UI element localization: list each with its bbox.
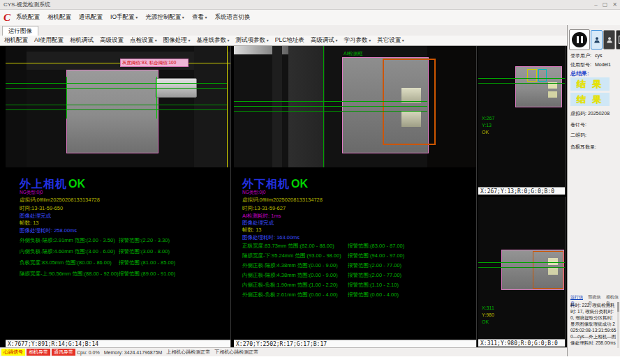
alarm-range: 报警范围:(2.20 - 3.30) xyxy=(119,237,170,244)
camera-image-upper[interactable]: 灰度阈值:93, 粘合阈值:100 xyxy=(6,46,230,167)
alarm-range: 报警范围:(0.60 - 4.00) xyxy=(348,291,399,298)
tool-camera-debug[interactable]: 相机调试 xyxy=(70,36,94,45)
edge-line-yellow xyxy=(227,46,228,167)
pause-icon xyxy=(572,32,587,47)
camera-image-lower[interactable]: AI检测框 xyxy=(234,46,476,167)
model-value: Model1 xyxy=(595,62,611,67)
tool-baseline-params[interactable]: 基准线参数 xyxy=(196,36,229,45)
camera-panel-aux-top: X:267 Y:13 OK X:267;Y:13;R:0;G:0;B:0 xyxy=(478,46,566,195)
exit-button[interactable] xyxy=(616,30,620,50)
menu-language-switch[interactable]: 系统语言切换 xyxy=(215,13,251,22)
heartbeat-badge: 心跳信号 xyxy=(1,349,25,356)
measure-line xyxy=(6,88,227,89)
baseline-yellow xyxy=(6,63,230,63)
measure-tick xyxy=(66,77,67,119)
login-user-row: 登录用户: cys xyxy=(570,52,602,59)
metal-tab xyxy=(548,258,558,265)
result-ok: OK xyxy=(291,178,308,190)
maximize-icon[interactable]: ▢ xyxy=(603,0,608,10)
camera-alarm-badge: 相机异常 xyxy=(27,349,50,356)
tool-spot-check[interactable]: 点检设置 xyxy=(130,36,157,45)
cell-object xyxy=(66,70,158,153)
user-mode-button-active[interactable] xyxy=(591,30,603,50)
measure-line xyxy=(6,105,227,105)
user-icon xyxy=(593,36,600,44)
upper-camera-heartbeat: 上相机心跳检测正常 xyxy=(166,349,210,356)
tab-run-image[interactable]: 运行图像 xyxy=(2,26,38,36)
sidebar-barcode: 虚拟码: 20250208 xyxy=(570,110,610,117)
tool-image-process[interactable]: 图像处理 xyxy=(163,36,191,45)
cursor-readout: X:311;Y:980;R:0;G:0;B:0 xyxy=(478,339,565,347)
tool-ai-config[interactable]: AI使用配置 xyxy=(34,36,64,45)
toolbar: 相机配置 AI使用配置 相机调试 高级设置 点检设置 图像处理 基准线参数 测试… xyxy=(0,36,567,46)
minimize-icon[interactable]: – xyxy=(594,0,597,10)
overlay-result: OK xyxy=(482,130,489,135)
measure-line xyxy=(478,83,565,84)
measurement-row: 内侧正极-隔膜:4.38mm 范围:(0.00 - 9.00) xyxy=(242,272,338,279)
login-user-label: 登录用户: xyxy=(570,53,591,58)
window-bottom-margin xyxy=(0,356,620,364)
measurement-row: 隔膜宽度-下:95.24mm 范围:(93.00 - 98.00) xyxy=(242,252,341,259)
machine-column xyxy=(288,46,325,167)
menu-light-config[interactable]: 光源控制配置 xyxy=(145,13,184,22)
measurement-row: 外侧正极-负极:2.61mm 范围:(0.60 - 4.00) xyxy=(242,291,338,298)
metal-tab xyxy=(548,268,558,275)
barcode-line: 虚拟码:0ffiiim20250208133134728 xyxy=(20,197,100,204)
memory-usage: Memory: 3424.41796875M xyxy=(104,350,163,355)
camera-image-aux-bottom[interactable]: X:311 Y:980 OK xyxy=(478,197,565,339)
overlay-coord-x: X:311 xyxy=(482,305,494,310)
alarm-range: 报警范围:(1.10 - 2.10) xyxy=(348,282,399,289)
camera-panel-lower: AI检测框 外下相机OK NG类型:0|0 虚拟码:0ffiiim2025020… xyxy=(234,46,477,347)
control-sidebar: 登录用户: cys 使用型号: Model1 总结果: 结 果 结 果 虚拟码:… xyxy=(567,25,620,356)
close-icon[interactable]: ✕ xyxy=(612,0,617,10)
cursor-readout: X:7677;Y:891;R:14;G:14;B:14 xyxy=(6,340,230,347)
model-label: 使用型号: xyxy=(570,62,591,67)
alarm-range: 报警范围:(2.00 - 77.00) xyxy=(348,262,401,269)
pause-button[interactable] xyxy=(569,29,590,50)
camera-name: 外下相机 xyxy=(242,178,290,190)
tool-plc-table[interactable]: PLC地址表 xyxy=(275,36,304,45)
alarm-range: 报警范围:(81.00 - 85.00) xyxy=(119,259,175,266)
process-status-line: 图像处理完成 xyxy=(242,220,274,227)
camera-image-aux-top[interactable]: X:267 Y:13 OK xyxy=(478,46,565,187)
measure-line xyxy=(234,111,427,112)
alarm-range: 报警范围:(89.00 - 91.00) xyxy=(119,271,175,278)
elapsed-line: 图像处理耗时: 258.00ms xyxy=(20,227,77,234)
tool-test-params[interactable]: 测试项参数 xyxy=(236,36,269,45)
cursor-readout: X:270;Y:2502;R:17;G:17;B:17 xyxy=(234,340,476,347)
menu-bar: C 系统配置 相机配置 通讯配置 IO手配置 光源控制配置 查看 系统语言切换 xyxy=(0,10,620,26)
menu-camera-config[interactable]: 相机配置 xyxy=(47,13,71,22)
menu-comm-config[interactable]: 通讯配置 xyxy=(79,13,103,22)
menu-system-config[interactable]: 系统配置 xyxy=(16,13,40,22)
machine-shadow xyxy=(6,46,27,167)
barcode-line: 虚拟码:0ffiiim20250208133134728 xyxy=(242,197,323,204)
user-switch-button[interactable] xyxy=(603,30,615,50)
status-bar: 心跳信号 相机异常 通讯异常 Cpu: 0.0% Memory: 3424.41… xyxy=(0,347,567,356)
measurement-row: 内侧正极-负极:1.90mm 范围:(1.00 - 2.20) xyxy=(242,282,338,289)
measurement-row: 外侧负极-隔膜:2.91mm 范围:(2.00 - 3.50) xyxy=(20,237,115,244)
log-scrollbar[interactable] xyxy=(617,302,619,348)
camera-panel-upper: 灰度阈值:93, 粘合阈值:100 外上相机OK NG类型:0|0 虚拟码:0f… xyxy=(6,46,231,347)
tool-other-settings[interactable]: 其它设置 xyxy=(377,36,404,45)
tool-camera-config[interactable]: 相机配置 xyxy=(4,36,28,45)
menu-view[interactable]: 查看 xyxy=(192,13,207,22)
login-user-value: cys xyxy=(595,53,603,58)
time-line: 时间:13-31-59-627 xyxy=(242,205,286,212)
frame-count-line: 帧数: 13 xyxy=(242,227,262,234)
tool-advanced-settings[interactable]: 高级设置 xyxy=(100,36,124,45)
alarm-range: 报警范围:(3.00 - 8.00) xyxy=(119,248,170,255)
frame-count-line: 帧数: 13 xyxy=(20,220,39,227)
overlay-coord-x: X:267 xyxy=(482,116,494,121)
measurement-row: 正极宽度:83.73mm 范围:(82.00 - 88.00) xyxy=(242,243,334,250)
overlay-result: OK xyxy=(482,319,489,324)
menu-io-config[interactable]: IO手配置 xyxy=(110,13,138,22)
alarm-range: 报警范围:(94.00 - 97.00) xyxy=(348,252,404,259)
ai-box-label: AI检测框 xyxy=(344,50,363,57)
camera-name: 外上相机 xyxy=(20,178,67,190)
metal-tab xyxy=(401,112,421,127)
title-bar: CYS-视觉检测系统 – ▢ ✕ xyxy=(0,0,620,10)
ng-type-line: NG类型:0|0 xyxy=(242,190,265,196)
tool-learning-params[interactable]: 学习参数 xyxy=(344,36,371,45)
measure-line xyxy=(234,106,427,107)
tool-advanced-debug[interactable]: 高级调试 xyxy=(311,36,338,45)
